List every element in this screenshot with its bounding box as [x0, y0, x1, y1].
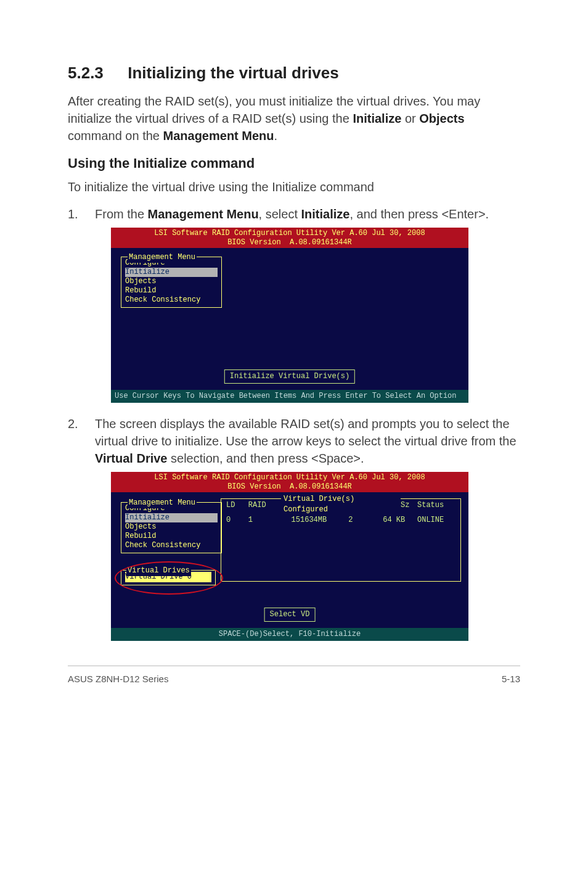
management-menu[interactable]: Management Menu Configure Initialize Obj… [121, 502, 222, 553]
footer-right: 5-13 [502, 672, 520, 685]
bios-hint-box: Select VD [264, 608, 316, 622]
menu-item-check-consistency[interactable]: Check Consistency [125, 541, 218, 550]
table-row: 0 1 151634MB 2 64 KB ONLINE [226, 515, 455, 525]
menu-item-objects[interactable]: Objects [125, 277, 218, 286]
bios-titlebar: LSI Software RAID Configuration Utility … [111, 228, 468, 248]
section-heading: 5.2.3 Initializing the virtual drives [68, 62, 520, 84]
step-number: 2. [68, 415, 95, 467]
bios-screenshot-2: LSI Software RAID Configuration Utility … [111, 472, 468, 641]
step-2: 2. The screen displays the available RAI… [68, 415, 520, 467]
menu-item-initialize[interactable]: Initialize [125, 513, 218, 522]
step-1: 1. From the Management Menu, select Init… [68, 205, 520, 223]
virtual-drives-menu[interactable]: Virtual Drives Virtual Drive 0 [121, 570, 216, 585]
step-number: 1. [68, 205, 95, 223]
bios-screenshot-1: LSI Software RAID Configuration Utility … [111, 228, 468, 403]
table-legend: Virtual Drive(s) Configured [281, 494, 401, 515]
management-menu[interactable]: Management Menu Configure Initialize Obj… [121, 257, 222, 308]
page-footer: ASUS Z8NH-D12 Series 5-13 [68, 666, 520, 685]
menu-item-initialize[interactable]: Initialize [125, 268, 218, 277]
bios-titlebar: LSI Software RAID Configuration Utility … [111, 472, 468, 492]
menu-item-check-consistency[interactable]: Check Consistency [125, 295, 218, 305]
menu-item-objects[interactable]: Objects [125, 522, 218, 532]
section-number: 5.2.3 [68, 62, 123, 84]
subsection-lead: To initialize the virtual drive using th… [68, 178, 520, 196]
bios-footer-help: Use Cursor Keys To Navigate Between Item… [111, 390, 468, 403]
menu-legend: Management Menu [128, 252, 197, 263]
intro-paragraph: After creating the RAID set(s), you must… [68, 93, 520, 144]
menu-item-rebuild[interactable]: Rebuild [125, 532, 218, 541]
menu-legend: Management Menu [128, 498, 197, 508]
footer-left: ASUS Z8NH-D12 Series [68, 672, 168, 685]
section-title: Initializing the virtual drives [128, 64, 338, 82]
bios-footer-help: SPACE-(De)Select, F10-Initialize [111, 628, 468, 641]
vmenu-legend: Virtual Drives [126, 566, 191, 576]
menu-item-rebuild[interactable]: Rebuild [125, 286, 218, 295]
subsection-heading: Using the Initialize command [68, 154, 520, 173]
virtual-drives-table: Virtual Drive(s) Configured LD RAID Size… [221, 498, 461, 582]
bios-hint-box: Initialize Virtual Drive(s) [224, 369, 355, 384]
